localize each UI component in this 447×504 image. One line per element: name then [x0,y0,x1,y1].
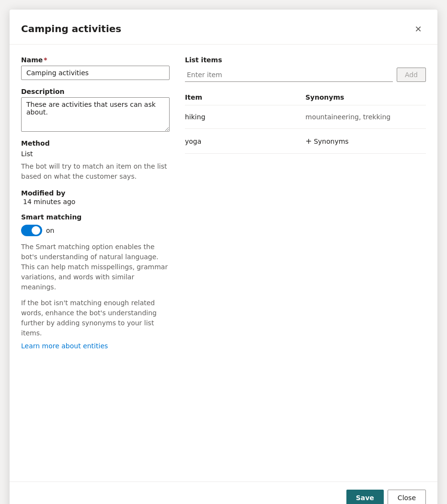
camping-activities-dialog: Camping activities ✕ Name* Description T… [10,10,437,504]
dialog-body: Name* Description These are activities t… [10,45,437,481]
method-description: The bot will try to match an item on the… [21,161,170,182]
right-panel: List items Add Item Synonyms hiking moun… [185,56,426,470]
learn-more-link[interactable]: Learn more about entities [21,342,170,350]
name-input[interactable] [21,66,170,80]
column-synonyms-header: Synonyms [306,93,426,101]
name-label: Name* [21,56,170,64]
required-star: * [44,56,47,64]
modified-by-section: Modified by 14 minutes ago [21,189,170,206]
smart-matching-section: Smart matching on The Smart matching opt… [21,213,170,350]
list-items-header: List items [185,56,426,64]
item-cell-hiking: hiking [185,113,306,121]
toggle-slider [21,225,42,236]
smart-matching-toggle[interactable] [21,225,42,236]
close-button[interactable]: Close [388,490,426,504]
item-cell-yoga: yoga [185,137,306,145]
method-value: List [21,150,170,158]
method-section: Method List The bot will try to match an… [21,139,170,182]
method-label: Method [21,139,170,147]
close-icon-button[interactable]: ✕ [411,21,426,36]
close-icon: ✕ [414,24,422,34]
description-field-group: Description These are activities that us… [21,88,170,132]
add-item-input[interactable] [185,68,393,82]
add-item-row: Add [185,68,426,82]
synonyms-cell-yoga: + Synonyms [306,137,426,146]
modified-time: 14 minutes ago [21,198,170,206]
save-button[interactable]: Save [346,490,384,504]
toggle-on-label: on [46,227,54,234]
smart-matching-desc2: If the bot isn't matching enough related… [21,298,170,338]
add-synonyms-button[interactable]: + Synonyms [306,137,349,146]
left-panel: Name* Description These are activities t… [21,56,170,470]
smart-matching-desc1: The Smart matching option enables the bo… [21,242,170,292]
modified-by-label: Modified by [21,189,170,197]
add-synonyms-label: Synonyms [314,137,349,145]
name-field-group: Name* [21,56,170,80]
dialog-footer: Save Close [10,481,437,504]
dialog-header: Camping activities ✕ [10,10,437,45]
column-item-header: Item [185,93,306,101]
table-row: hiking mountaineering, trekking [185,105,426,129]
smart-matching-label: Smart matching [21,213,170,221]
plus-icon: + [306,137,312,146]
description-textarea[interactable]: These are activities that users can ask … [21,97,170,132]
description-label: Description [21,88,170,95]
toggle-row: on [21,225,170,236]
table-header: Item Synonyms [185,90,426,105]
add-button[interactable]: Add [397,68,426,82]
synonyms-cell-hiking: mountaineering, trekking [306,113,426,121]
dialog-title: Camping activities [21,23,121,34]
table-row: yoga + Synonyms [185,129,426,154]
